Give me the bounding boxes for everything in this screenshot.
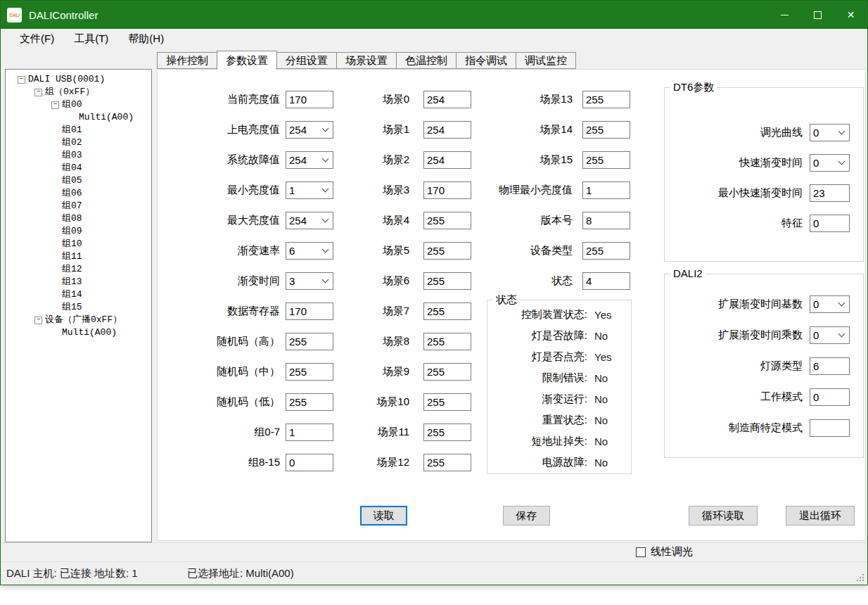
menu-item-file[interactable]: 文件(F)	[10, 30, 64, 49]
fade-rate-select[interactable]: 6	[286, 242, 333, 260]
power-on-level-select[interactable]: 254	[286, 121, 333, 139]
loop-read-button[interactable]: 循环读取	[689, 506, 758, 526]
random-code-high-input[interactable]	[286, 333, 333, 350]
tree-node[interactable]: 组04	[6, 162, 151, 174]
resize-grip[interactable]	[862, 580, 864, 581]
limit-error-label: 限制错误:	[487, 371, 587, 385]
minimize-button[interactable]	[768, 1, 801, 29]
version-input[interactable]	[582, 212, 630, 229]
tree-node[interactable]: 组03	[6, 149, 151, 162]
menubar: 文件(F)工具(T)帮助(H)	[1, 29, 867, 49]
random-code-low-input[interactable]	[286, 393, 333, 411]
manufacturer-mode-input[interactable]	[810, 419, 850, 437]
fast-fade-time-select[interactable]: 0	[810, 154, 850, 172]
scene-13-label: 场景13	[487, 93, 573, 106]
fade-time-value: 3	[286, 275, 295, 287]
tree-node[interactable]: −设备（广播0xFF）	[6, 314, 151, 326]
tab-scene-settings[interactable]: 场景设置	[336, 52, 397, 69]
fade-time-select[interactable]: 3	[286, 272, 333, 290]
scene-8-input[interactable]	[423, 333, 471, 350]
scene-7-input[interactable]	[423, 302, 471, 320]
status-value-input[interactable]	[582, 272, 630, 290]
scene-9-input[interactable]	[423, 363, 471, 381]
linear-dimming-checkbox[interactable]: 线性调光	[636, 545, 693, 559]
current-level-input[interactable]	[286, 91, 333, 108]
tab-param-settings[interactable]: 参数设置	[217, 51, 277, 70]
scene-12-input[interactable]	[423, 454, 471, 471]
field-row-scene-6: 场景6	[360, 266, 476, 296]
tree-node[interactable]: 组13	[6, 276, 151, 288]
field-row-group-0-7: 组0-7	[167, 417, 336, 447]
tree-node[interactable]: Multi(A00)	[6, 111, 151, 124]
dt6-fields: 调光曲线0快速渐变时间0最小快速渐变时间特征	[665, 88, 863, 238]
random-code-mid-input[interactable]	[286, 363, 333, 381]
system-failure-level-select[interactable]: 254	[286, 151, 333, 169]
group-0-7-input[interactable]	[286, 424, 333, 441]
exit-loop-button[interactable]: 退出循环	[786, 506, 855, 526]
scene-3-input[interactable]	[423, 182, 471, 199]
read-button[interactable]: 读取	[360, 506, 407, 526]
light-source-type-input[interactable]	[810, 357, 850, 375]
tab-group-settings[interactable]: 分组设置	[276, 52, 337, 69]
tree-node[interactable]: 组07	[6, 200, 151, 212]
tree-node[interactable]: 组06	[6, 187, 151, 200]
tree-node[interactable]: 组14	[6, 288, 151, 301]
tree-node[interactable]: −组00	[6, 98, 151, 111]
tree-expander-icon[interactable]: −	[18, 76, 25, 84]
tree-node[interactable]: 组01	[6, 124, 151, 136]
device-tree[interactable]: −DALI USB(0001)−组（0xFF）−组00Multi(A00)组01…	[5, 69, 152, 542]
scene-2-input[interactable]	[423, 151, 471, 169]
scene-4-input[interactable]	[423, 212, 471, 229]
save-button[interactable]: 保存	[503, 506, 550, 526]
tree-node[interactable]: −DALI USB(0001)	[6, 73, 151, 86]
field-row-data-register: 数据寄存器	[167, 296, 336, 326]
operating-mode-input[interactable]	[810, 388, 850, 406]
tree-node[interactable]: 组12	[6, 263, 151, 276]
features-input[interactable]	[810, 215, 850, 232]
tree-node[interactable]: 组10	[6, 238, 151, 250]
menu-item-help[interactable]: 帮助(H)	[118, 30, 174, 49]
tab-operation-control[interactable]: 操作控制	[157, 52, 217, 69]
scene-1-input[interactable]	[423, 121, 471, 139]
tree-node[interactable]: 组09	[6, 225, 151, 238]
device-type-input[interactable]	[582, 242, 630, 260]
ext-fade-time-base-select[interactable]: 0	[810, 295, 850, 313]
tree-node[interactable]: 组08	[6, 212, 151, 225]
max-level-select[interactable]: 254	[286, 212, 333, 229]
tree-node[interactable]: Multi(A00)	[6, 326, 151, 339]
scene-11-input[interactable]	[423, 424, 471, 441]
group-8-15-input[interactable]	[286, 454, 333, 471]
close-button[interactable]: ✕	[834, 1, 867, 29]
scene-7-label: 场景7	[360, 305, 409, 318]
system-failure-level-label: 系统故障值	[167, 153, 280, 167]
tree-expander-icon[interactable]: −	[34, 317, 42, 324]
tree-node-label: 组（0xFF）	[45, 86, 94, 98]
tree-node[interactable]: 组02	[6, 136, 151, 149]
tree-expander-icon[interactable]: −	[51, 101, 59, 109]
ext-fade-time-multiplier-select[interactable]: 0	[810, 326, 850, 344]
scene-13-input[interactable]	[582, 91, 630, 108]
checkbox-box-icon[interactable]	[636, 547, 646, 557]
dimming-curve-select[interactable]: 0	[810, 124, 850, 141]
menu-item-tools[interactable]: 工具(T)	[64, 30, 118, 49]
phys-min-level-input[interactable]	[582, 182, 630, 199]
min-fast-fade-time-input[interactable]	[810, 184, 850, 202]
maximize-button[interactable]	[801, 1, 834, 29]
min-level-select[interactable]: 1	[286, 182, 333, 199]
tab-debug-monitor[interactable]: 调试监控	[516, 52, 576, 69]
scene-14-input[interactable]	[582, 121, 630, 139]
tab-command-debug[interactable]: 指令调试	[456, 52, 516, 69]
tree-node[interactable]: 组15	[6, 301, 151, 314]
scene-0-input[interactable]	[423, 91, 471, 108]
scene-5-input[interactable]	[423, 242, 471, 260]
tab-color-temp[interactable]: 色温控制	[396, 52, 457, 69]
data-register-input[interactable]	[286, 302, 333, 320]
scene-15-input[interactable]	[582, 151, 630, 169]
tree-expander-icon[interactable]: −	[34, 89, 42, 96]
tree-node[interactable]: 组11	[6, 250, 151, 263]
tree-node[interactable]: 组05	[6, 174, 151, 187]
scene-10-input[interactable]	[423, 393, 471, 411]
tree-node[interactable]: −组（0xFF）	[6, 86, 151, 98]
scene-6-input[interactable]	[423, 272, 471, 290]
short-address-missing-value: No	[594, 435, 625, 447]
